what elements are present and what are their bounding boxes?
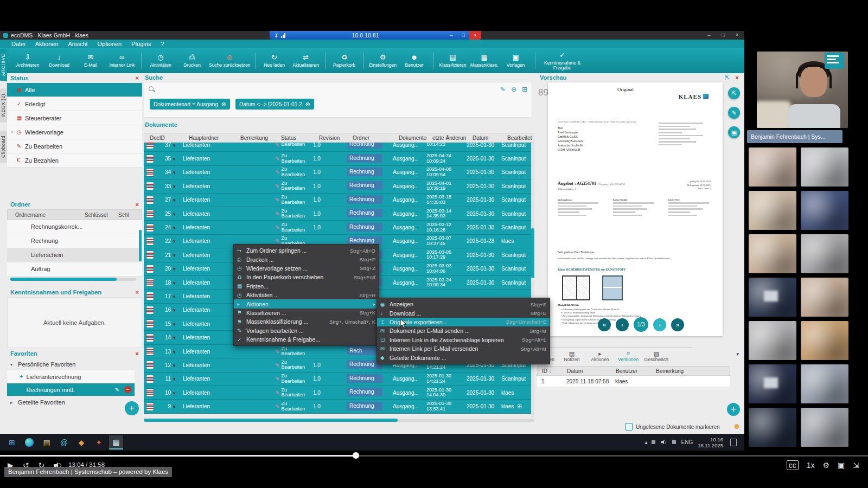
row-expander-icon[interactable]: ▾ <box>173 335 176 341</box>
language-indicator[interactable]: ENG <box>681 439 693 445</box>
add-version-button[interactable]: + <box>727 403 740 416</box>
progress-knob[interactable] <box>353 452 359 459</box>
favorite-item-rechnungen-mntl[interactable]: ✦Rechnungen mntl.✎− <box>7 383 135 396</box>
edge-icon[interactable] <box>22 435 36 450</box>
side-tab-archive[interactable]: ARCHIVE <box>0 49 7 81</box>
cc-button[interactable]: cc <box>787 460 799 470</box>
file-explorer-icon[interactable]: ▤ <box>40 435 54 450</box>
toolbar-kenntnisnahme-freigabe[interactable]: ✓Kenntnisnahme & Freigabe <box>540 49 585 72</box>
tabs-overflow-icon[interactable]: ▾ <box>736 351 739 357</box>
speed-button[interactable]: 1x <box>807 460 815 470</box>
table-row[interactable]: 27▾Lieferanten✎Zu Bearbeiten1.0RechnungA… <box>144 194 534 207</box>
row-expander-icon[interactable]: ▾ <box>173 170 176 175</box>
remove-chip-icon[interactable]: ⊗ <box>305 101 310 108</box>
toolbar-archivieren[interactable]: ⇩Archivieren <box>13 49 42 72</box>
first-page-button[interactable]: « <box>598 318 611 331</box>
menu-item-fristen[interactable]: ▦Fristen... <box>234 282 379 291</box>
row-expander-icon[interactable]: ▾ <box>173 197 176 203</box>
menu-optionen[interactable]: Optionen <box>93 41 127 47</box>
table-row[interactable]: 33▾Lieferanten✎Zu Bearbeiten1.0RechnungA… <box>144 179 534 193</box>
expand-button[interactable]: ⇱ <box>728 87 740 99</box>
column-header-docid[interactable]: DocID <box>144 135 183 141</box>
toolbar-klassifizieren[interactable]: ▤Klassifizieren <box>438 49 468 72</box>
table-row[interactable]: 24▾Lieferanten✎Zu Bearbeiten1.0RechnungA… <box>144 221 534 234</box>
tab-versionen[interactable]: ≡Versionen <box>614 348 642 365</box>
toolbar-e-mail[interactable]: ✉E-Mail <box>76 49 105 72</box>
notification-icon[interactable] <box>730 439 737 446</box>
toolbar-drucken[interactable]: ⎙Drucken <box>177 49 207 72</box>
table-row[interactable]: 10▾Lieferanten✎Zu Bearbeiten1.0RechnungA… <box>144 386 534 400</box>
row-expander-icon[interactable]: ▾ <box>173 239 176 244</box>
toolbar-neu-laden[interactable]: ↻Neu laden <box>260 49 289 72</box>
toolbar-aktualisieren[interactable]: ⇄Aktualisieren <box>291 49 321 72</box>
row-expander-icon[interactable]: ▾ <box>173 390 176 396</box>
status-item-steuerberater[interactable]: ▦Steuerberater <box>7 111 142 125</box>
menu-item-klassifizieren[interactable]: ⚑Klassifizieren ...Strg+K <box>234 309 379 317</box>
row-expander-icon[interactable]: ▾ <box>173 404 176 409</box>
ordner-hscrollbar[interactable] <box>10 278 136 281</box>
row-expander-icon[interactable]: ▾ <box>173 376 176 382</box>
seek-bar[interactable] <box>0 455 868 457</box>
network-icon[interactable] <box>652 440 655 444</box>
toolbar-einstellungen[interactable]: ⚙Einstellungen <box>368 49 398 72</box>
row-expander-icon[interactable]: ▾ <box>173 156 176 162</box>
side-tab-inbox-2[interactable]: INBOX (2) <box>0 89 7 123</box>
chevron-up-icon[interactable]: ▴ <box>644 439 647 445</box>
menu-plugins[interactable]: Plugins <box>126 41 156 47</box>
edit-favorite-icon[interactable]: ✎ <box>115 387 119 393</box>
folder-item-rechnung[interactable]: Rechnung <box>7 234 142 248</box>
menu-[interactable]: ? <box>156 41 169 47</box>
table-row[interactable]: 34▾Lieferanten✎Zu Bearbeiten1.0RechnungA… <box>144 166 534 179</box>
filter-chip[interactable]: Datum <--> [2025-01-01 2⊗ <box>235 99 314 110</box>
row-expander-icon[interactable]: ▾ <box>173 363 176 368</box>
panel-button[interactable]: ▣ <box>728 126 740 138</box>
ordner-vscrollbar[interactable] <box>139 230 142 261</box>
menu-item-in-den-papierkorb-verschieben[interactable]: ♻In den Papierkorb verschiebenStrg+Entf <box>234 273 379 281</box>
menu-aktionen[interactable]: Aktionen <box>30 41 63 47</box>
toolbar-papierkorb[interactable]: ♻Papierkorb <box>330 49 359 72</box>
row-expander-icon[interactable]: ▾ <box>173 211 176 217</box>
version-row[interactable]: 12025-11-18 07:58klaes <box>537 376 730 387</box>
onedrive-icon[interactable] <box>672 440 676 444</box>
rdp-restore-icon[interactable]: □ <box>457 31 469 40</box>
favorites-close-icon[interactable]: × <box>136 350 139 357</box>
tab-aktionen[interactable]: ▸Aktionen <box>586 348 614 365</box>
menu-item-kenntnisnahme-freigabe[interactable]: ✓Kenntnisnahme & Freigabe... <box>234 335 379 344</box>
pip-button[interactable]: ▣ <box>838 460 845 470</box>
favorite-item-lieferantenrechnung[interactable]: ✦Lieferantenrechnung <box>7 370 135 383</box>
table-row[interactable]: 11▾Lieferanten✎Zu Bearbeiten1.0RechnungA… <box>144 373 534 386</box>
ordner-col-2[interactable]: Schl <box>118 212 135 218</box>
menu-item-download[interactable]: ↓Download ...Strg+E <box>377 309 550 317</box>
toolbar-aktivitäten[interactable]: ◷Aktivitäten <box>146 49 175 72</box>
menu-item-zum-ordner-springen[interactable]: ↪Zum Ordner springen ...Strg+Alt+O <box>234 246 379 255</box>
column-header-dokumentenar[interactable]: Dokumentenar <box>393 135 427 141</box>
next-page-button[interactable]: › <box>653 318 666 331</box>
minimize-icon[interactable]: – <box>702 31 716 40</box>
mail-icon[interactable]: @ <box>57 435 71 450</box>
rdp-close-icon[interactable]: × <box>469 31 481 40</box>
table-vscrollbar[interactable] <box>531 143 534 418</box>
row-expander-icon[interactable]: ▾ <box>173 307 176 313</box>
row-expander-icon[interactable]: ▾ <box>173 184 176 189</box>
favorites-group-persönliche-favoriten[interactable]: ▾Persönliche Favoriten <box>7 358 142 370</box>
status-item-zu-bearbeiten[interactable]: ✎Zu Bearbeiten <box>7 139 142 153</box>
row-expander-icon[interactable]: ▾ <box>173 349 176 355</box>
table-row[interactable]: 35▾Lieferanten✎Zu Bearbeiten1.0RechnungA… <box>144 152 534 165</box>
ordner-close-icon[interactable]: × <box>136 201 139 208</box>
tab-geschwärzt[interactable]: ▨Geschwärzt <box>642 348 671 365</box>
ordner-col-1[interactable]: Schlüssel <box>85 212 118 218</box>
column-header-ordner[interactable]: Ordner <box>347 135 393 141</box>
preview-close-icon[interactable]: × <box>736 74 739 81</box>
remove-chip-icon[interactable]: ⊗ <box>221 101 226 108</box>
favorites-group-geteilte-favoriten[interactable]: ▸Geteilte Favoriten <box>7 396 142 408</box>
collapse-search-icon[interactable]: ⊖ <box>511 86 516 93</box>
column-header-datum[interactable]: Datum <box>467 135 502 141</box>
row-expander-icon[interactable]: ▾ <box>173 294 176 299</box>
menu-item-massenklassifizierung[interactable]: ⚑Massenklassifizierung ...Strg+, Umschal… <box>234 317 379 326</box>
folder-item-auftrag[interactable]: Auftrag <box>7 262 142 277</box>
expand-search-icon[interactable]: ⊞ <box>522 86 527 93</box>
menu-item-anzeigen[interactable]: ◉AnzeigenStrg+S <box>377 300 550 309</box>
status-item-erledigt[interactable]: ✓Erledigt <box>7 97 142 111</box>
table-hscrollbar[interactable] <box>144 419 534 422</box>
menu-item-geteilte-dokumente[interactable]: ◆Geteilte Dokumente ... <box>377 353 550 362</box>
